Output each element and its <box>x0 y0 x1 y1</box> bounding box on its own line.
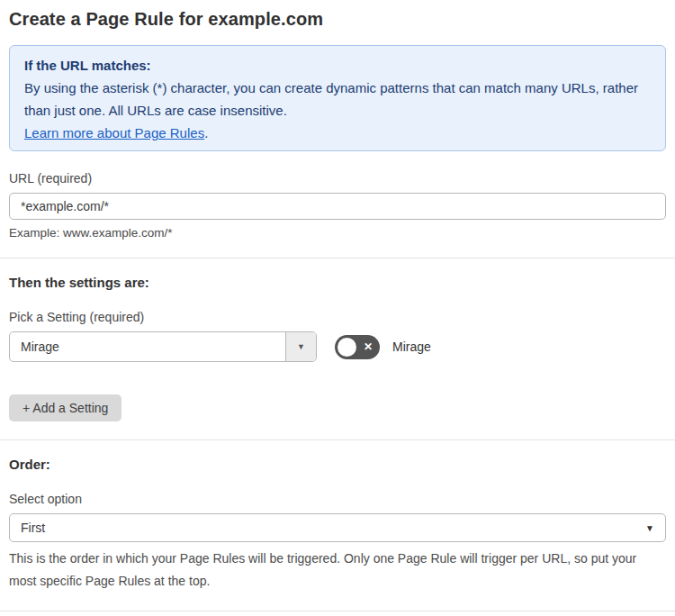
divider <box>0 611 675 611</box>
setting-dropdown-value: Mirage <box>10 332 285 361</box>
divider <box>0 439 675 440</box>
url-field-label: URL (required) <box>9 171 666 186</box>
learn-more-link[interactable]: Learn more about Page Rules <box>24 125 204 140</box>
order-select-label: Select option <box>9 492 666 506</box>
order-select[interactable]: First ▼ <box>9 513 666 542</box>
order-select-value: First <box>21 521 45 535</box>
info-callout-body: By using the asterisk (*) character, you… <box>24 77 651 122</box>
url-match-info-callout: If the URL matches: By using the asteris… <box>9 45 666 151</box>
add-setting-button[interactable]: + Add a Setting <box>9 394 122 421</box>
setting-dropdown[interactable]: Mirage ▼ <box>9 331 317 362</box>
page-rule-form: Create a Page Rule for example.com If th… <box>0 9 675 616</box>
info-callout-heading: If the URL matches: <box>24 54 651 77</box>
chevron-down-icon: ▼ <box>645 523 654 533</box>
order-helper-text: This is the order in which your Page Rul… <box>9 548 659 593</box>
mirage-toggle[interactable]: ✕ <box>335 335 380 359</box>
info-callout-link-line: Learn more about Page Rules. <box>24 122 651 144</box>
divider <box>0 258 675 258</box>
toggle-knob <box>338 338 356 357</box>
link-suffix: . <box>204 125 208 140</box>
order-section-heading: Order: <box>9 457 666 472</box>
settings-section-heading: Then the settings are: <box>9 275 666 290</box>
toggle-off-x-icon: ✕ <box>364 341 373 352</box>
url-example-helper: Example: www.example.com/* <box>9 226 666 240</box>
mirage-toggle-group: ✕ Mirage <box>335 335 431 359</box>
url-input[interactable] <box>9 193 666 220</box>
mirage-toggle-label: Mirage <box>392 340 431 354</box>
chevron-down-icon[interactable]: ▼ <box>285 332 316 361</box>
setting-row: Mirage ▼ ✕ Mirage <box>9 331 666 362</box>
pick-setting-label: Pick a Setting (required) <box>9 310 666 324</box>
page-title: Create a Page Rule for example.com <box>9 9 666 30</box>
